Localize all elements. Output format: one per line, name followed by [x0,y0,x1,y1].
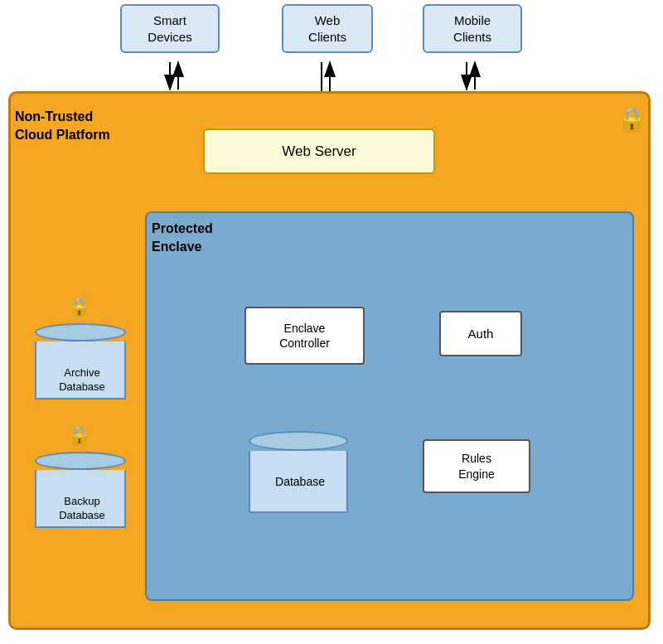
backup-lock-icon: 🔒 [68,425,90,447]
archive-database-cylinder: 🔒 ArchiveDatabase [35,323,126,399]
protected-enclave-label: ProtectedEnclave [152,220,213,257]
protected-enclave [145,211,634,601]
auth-box: Auth [439,311,522,356]
web-server-box: Web Server [203,128,435,174]
diagram-root: SmartDevices WebClients MobileClients No… [0,0,663,644]
archive-lock-icon: 🔒 [68,297,90,318]
cloud-lock-icon: 🔒 [617,106,646,133]
cloud-platform-label: Non-TrustedCloud Platform [15,108,110,145]
smart-devices-box: SmartDevices [120,4,220,53]
mobile-clients-box: MobileClients [423,4,522,53]
backup-database-cylinder: 🔒 BackupDatabase [35,452,126,528]
web-clients-box: WebClients [282,4,373,53]
rules-engine-box: RulesEngine [423,439,530,493]
enclave-controller-box: EnclaveController [244,307,365,365]
database-cylinder: Database [249,431,348,513]
